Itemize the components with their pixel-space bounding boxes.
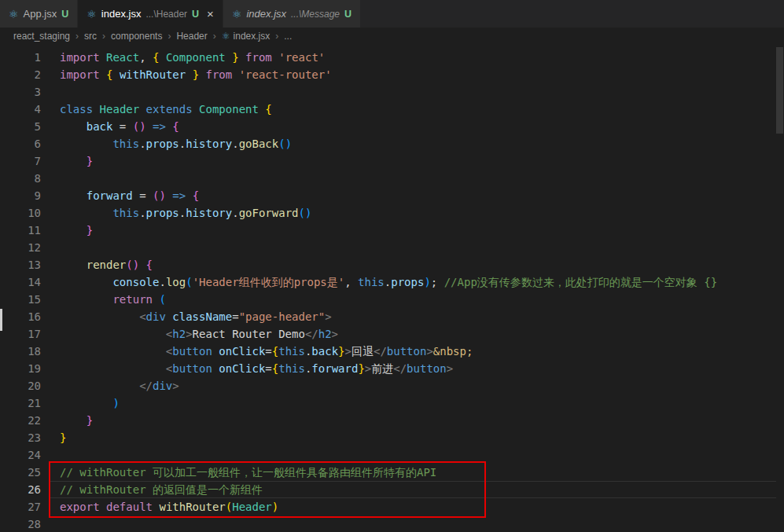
code-line[interactable]: 26// withRouter 的返回值是一个新组件 xyxy=(0,481,784,498)
code-line[interactable]: 19 <button onClick={this.forward}>前进</bu… xyxy=(0,360,784,377)
token: goBack xyxy=(239,138,279,150)
breadcrumb-item[interactable]: ... xyxy=(284,31,292,42)
token xyxy=(226,51,232,64)
tab-app-jsx[interactable]: ⚛App.jsxU xyxy=(0,0,78,28)
token: button xyxy=(387,345,427,358)
code-text: render() { xyxy=(41,256,153,273)
token xyxy=(60,189,86,202)
git-status-badge: U xyxy=(61,9,68,20)
breadcrumb-item[interactable]: react_staging xyxy=(13,31,70,42)
code-line[interactable]: 16 <div className="page-header"> xyxy=(0,308,784,325)
token: { xyxy=(193,189,199,202)
code-text xyxy=(41,446,60,464)
code-text xyxy=(41,515,60,532)
code-line[interactable]: 8 xyxy=(0,170,784,187)
token: </ xyxy=(374,345,387,358)
code-text: back = () => { xyxy=(41,118,179,135)
tab-index-jsx[interactable]: ⚛index.jsx...\MessageU xyxy=(223,0,361,28)
code-line[interactable]: 21 ) xyxy=(0,394,784,412)
code-line[interactable]: 4class Header extends Component { xyxy=(0,101,784,118)
token: > xyxy=(332,328,338,340)
line-number: 24 xyxy=(0,446,41,464)
token: </ xyxy=(393,362,407,375)
token xyxy=(139,259,145,271)
line-number: 2 xyxy=(0,66,41,83)
code-line[interactable]: 2import { withRouter } from 'react-route… xyxy=(0,66,784,83)
token: } xyxy=(338,345,344,358)
token xyxy=(60,207,112,219)
code-line[interactable]: 24 xyxy=(0,446,784,464)
code-line[interactable]: 18 <button onClick={this.back}>回退</butto… xyxy=(0,343,784,360)
token: 前进 xyxy=(371,362,393,375)
token: React xyxy=(106,51,139,64)
code-line[interactable]: 3 xyxy=(0,83,784,101)
code-text: this.props.history.goForward() xyxy=(41,204,311,222)
token: . xyxy=(385,276,391,288)
code-line[interactable]: 25// withRouter 可以加工一般组件，让一般组件具备路由组件所特有的… xyxy=(0,464,784,481)
git-status-badge: U xyxy=(192,9,199,20)
breadcrumb-item[interactable]: Header xyxy=(176,31,207,42)
code-line[interactable]: 28 xyxy=(0,515,784,532)
code-line[interactable]: 15 return ( xyxy=(0,291,784,308)
code-line[interactable]: 13 render() { xyxy=(0,256,784,273)
close-icon[interactable]: × xyxy=(207,8,214,20)
code-text: } xyxy=(41,429,66,446)
code-line[interactable]: 27export default withRouter(Header) xyxy=(0,498,784,515)
token: { xyxy=(272,362,278,375)
token: > xyxy=(345,345,352,358)
code-line[interactable]: 6 this.props.history.goBack() xyxy=(0,135,784,152)
token: from xyxy=(245,51,272,64)
token: { xyxy=(272,345,278,358)
token xyxy=(193,103,199,116)
token: } xyxy=(86,155,93,167)
code-line[interactable]: 7 } xyxy=(0,152,784,170)
token: ; xyxy=(431,276,444,288)
token: withRouter xyxy=(120,68,186,81)
breadcrumb-item[interactable]: ⚛index.jsx xyxy=(222,31,270,42)
token: . xyxy=(139,207,145,219)
token xyxy=(60,362,166,375)
tab-index-jsx[interactable]: ⚛index.jsx...\HeaderU× xyxy=(78,0,223,28)
token xyxy=(112,68,119,81)
token: . xyxy=(159,276,165,288)
token: </ xyxy=(139,380,153,392)
code-line[interactable]: 20 </div> xyxy=(0,377,784,394)
token: div xyxy=(146,310,166,323)
chevron-right-icon: › xyxy=(275,31,278,42)
code-line[interactable]: 14 console.log('Header组件收到的props是', this… xyxy=(0,273,784,291)
token: ( xyxy=(159,293,165,306)
code-text: } xyxy=(41,222,93,239)
token: Header xyxy=(232,501,272,513)
token: ) xyxy=(112,397,119,409)
line-number: 1 xyxy=(0,49,41,66)
chevron-right-icon: › xyxy=(75,31,79,42)
line-number: 18 xyxy=(0,343,41,360)
react-icon: ⚛ xyxy=(232,9,242,20)
token: = xyxy=(232,310,238,323)
code-line[interactable]: 10 this.props.history.goForward() xyxy=(0,204,784,222)
breadcrumb-item[interactable]: src xyxy=(84,31,97,42)
token: { xyxy=(172,120,179,133)
code-text: forward = () => { xyxy=(41,187,199,204)
code-line[interactable]: 23} xyxy=(0,429,784,446)
token: . xyxy=(139,138,145,150)
code-line[interactable]: 12 xyxy=(0,239,784,256)
code-line[interactable]: 1import React, { Component } from 'react… xyxy=(0,49,784,66)
code-line[interactable]: 9 forward = () => { xyxy=(0,187,784,204)
token: > xyxy=(186,328,192,340)
breadcrumb-item[interactable]: components xyxy=(111,31,162,42)
token xyxy=(60,224,86,237)
line-number: 6 xyxy=(0,135,41,152)
code-line[interactable]: 5 back = () => { xyxy=(0,118,784,135)
line-number: 25 xyxy=(0,464,41,481)
code-line[interactable]: 17 <h2>React Router Demo</h2> xyxy=(0,325,784,343)
line-number: 19 xyxy=(0,360,41,377)
token xyxy=(60,310,139,323)
token: </ xyxy=(305,328,318,340)
code-editor[interactable]: 1import React, { Component } from 'react… xyxy=(0,45,784,532)
token xyxy=(159,51,165,64)
code-line[interactable]: 22 } xyxy=(0,412,784,429)
code-text: export default withRouter(Header) xyxy=(41,498,278,515)
token: render xyxy=(86,259,127,271)
code-line[interactable]: 11 } xyxy=(0,222,784,239)
